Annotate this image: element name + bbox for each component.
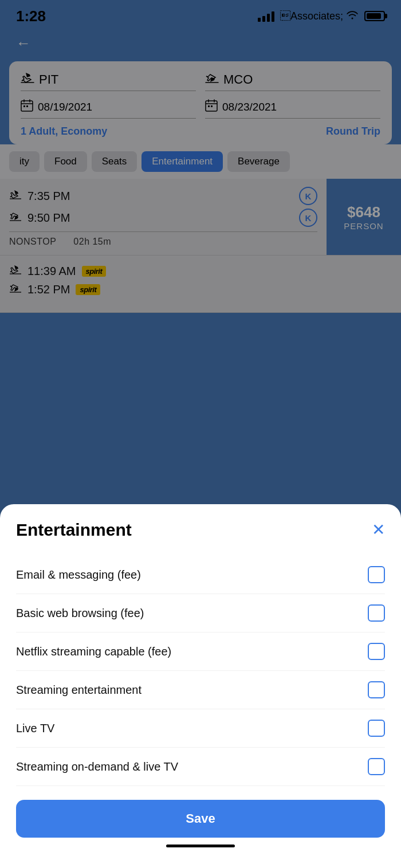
option-row-livetv: Live TV	[16, 709, 385, 748]
option-label-email: Email & messaging (fee)	[16, 568, 141, 582]
option-row-ondemand: Streaming on-demand & live TV	[16, 748, 385, 786]
checkbox-streaming[interactable]	[368, 681, 385, 698]
home-indicator	[16, 838, 385, 850]
checkbox-livetv[interactable]	[368, 720, 385, 737]
checkbox-web[interactable]	[368, 604, 385, 622]
option-label-streaming: Streaming entertainment	[16, 684, 141, 697]
save-button[interactable]: Save	[16, 800, 385, 838]
option-row-email: Email & messaging (fee)	[16, 556, 385, 594]
option-row-streaming: Streaming entertainment	[16, 671, 385, 709]
option-label-livetv: Live TV	[16, 722, 54, 735]
bottom-sheet: Entertainment ✕ Email & messaging (fee) …	[0, 504, 401, 868]
option-label-netflix: Netflix streaming capable (fee)	[16, 645, 171, 658]
option-label-web: Basic web browsing (fee)	[16, 607, 144, 620]
sheet-title: Entertainment	[16, 520, 132, 540]
checkbox-netflix[interactable]	[368, 643, 385, 660]
option-row-netflix: Netflix streaming capable (fee)	[16, 633, 385, 671]
checkbox-email[interactable]	[368, 566, 385, 583]
close-button[interactable]: ✕	[372, 522, 385, 538]
home-bar	[166, 845, 235, 847]
option-row-web: Basic web browsing (fee)	[16, 594, 385, 633]
option-label-ondemand: Streaming on-demand & live TV	[16, 760, 178, 773]
checkbox-ondemand[interactable]	[368, 758, 385, 775]
sheet-header: Entertainment ✕	[16, 520, 385, 540]
